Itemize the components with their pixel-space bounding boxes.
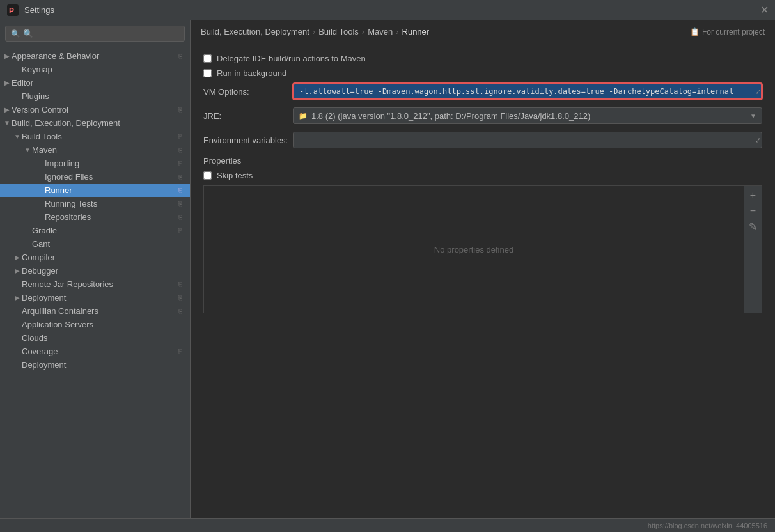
sidebar-item-keymap[interactable]: Keymap: [0, 63, 190, 76]
breadcrumb: Build, Execution, Deployment › Build Too…: [201, 27, 429, 36]
tree-arrow-build-exec-deploy: ▼: [3, 120, 12, 127]
title-bar: P Settings ✕: [0, 0, 775, 20]
env-vars-input[interactable]: [293, 132, 762, 148]
copy-icon-deployment: ⎘: [176, 293, 185, 302]
sidebar-item-label-running-tests: Running Tests: [45, 199, 176, 208]
run-in-background-label[interactable]: Run in background: [217, 68, 286, 78]
close-button[interactable]: ✕: [760, 5, 769, 15]
copy-icon-running-tests: ⎘: [176, 199, 185, 208]
env-vars-expand-button[interactable]: ⤢: [755, 136, 761, 145]
add-property-button[interactable]: +: [746, 189, 760, 203]
jre-row: JRE: 📁 1.8 (2) (java version "1.8.0_212"…: [203, 107, 762, 124]
for-current-project: 📋 For current project: [690, 27, 765, 36]
run-in-background-row: Run in background: [203, 68, 762, 78]
sidebar-item-label-appearance: Appearance & Behavior: [12, 51, 176, 61]
window-title: Settings: [24, 5, 54, 15]
app-logo: P: [6, 4, 19, 17]
properties-list: No properties defined: [204, 186, 744, 313]
sidebar-item-editor[interactable]: ▶Editor: [0, 76, 190, 90]
jre-value: 1.8 (2) (java version "1.8.0_212", path:…: [311, 111, 590, 121]
copy-icon-runner: ⎘: [176, 186, 185, 195]
sidebar-item-remote-jar[interactable]: Remote Jar Repositories⎘: [0, 278, 190, 291]
skip-tests-checkbox[interactable]: [203, 171, 212, 180]
sidebar-item-build-exec-deploy[interactable]: ▼Build, Execution, Deployment: [0, 116, 190, 130]
content-area: Build, Execution, Deployment › Build Too…: [191, 20, 775, 518]
sidebar-item-running-tests[interactable]: Running Tests⎘: [0, 197, 190, 210]
sidebar-item-maven[interactable]: ▼Maven⎘: [0, 143, 190, 157]
tree-arrow-deployment: ▶: [13, 294, 22, 301]
tree-arrow-compiler: ▶: [13, 254, 22, 261]
sidebar-item-coverage[interactable]: Coverage⎘: [0, 345, 190, 358]
sidebar-item-gradle[interactable]: Gradle⎘: [0, 224, 190, 237]
run-in-background-checkbox[interactable]: [203, 69, 212, 77]
sidebar-item-label-build-tools: Build Tools: [22, 132, 176, 141]
sidebar-item-label-plugins: Plugins: [22, 91, 185, 101]
sidebar-item-deployment[interactable]: ▶Deployment⎘: [0, 291, 190, 304]
search-box[interactable]: 🔍: [5, 26, 185, 42]
sidebar-item-label-coverage: Coverage: [22, 347, 176, 356]
sidebar-item-debugger[interactable]: ▶Debugger: [0, 264, 190, 278]
sidebar-item-label-app-servers: Application Servers: [22, 320, 185, 329]
sidebar: 🔍 ▶Appearance & Behavior⎘Keymap▶EditorPl…: [0, 20, 191, 518]
sidebar-item-gant[interactable]: Gant: [0, 237, 190, 251]
search-input[interactable]: [23, 29, 179, 38]
tree-arrow-debugger: ▶: [13, 267, 22, 274]
sidebar-item-label-compiler: Compiler: [22, 253, 185, 262]
sidebar-item-ignored-files[interactable]: Ignored Files⎘: [0, 170, 190, 184]
env-vars-label: Environment variables:: [203, 136, 293, 145]
sidebar-item-appearance[interactable]: ▶Appearance & Behavior⎘: [0, 49, 190, 63]
sidebar-item-clouds[interactable]: Clouds: [0, 331, 190, 345]
copy-icon-importing: ⎘: [176, 159, 185, 168]
env-vars-row: Environment variables: ⤢: [203, 132, 762, 148]
sidebar-item-version-control[interactable]: ▶Version Control⎘: [0, 103, 190, 116]
vm-options-label: VM Options:: [203, 87, 293, 97]
sidebar-item-arquillian[interactable]: Arquillian Containers⎘: [0, 304, 190, 318]
vm-options-row: VM Options: ⤢: [203, 83, 762, 100]
project-icon: 📋: [690, 27, 700, 36]
tree-arrow-maven: ▼: [23, 146, 32, 153]
svg-text:P: P: [9, 6, 14, 15]
status-url: https://blog.csdn.net/weixin_44005516: [648, 522, 767, 529]
sidebar-item-label-debugger: Debugger: [22, 266, 185, 276]
vm-options-expand-button[interactable]: ⤢: [755, 88, 761, 96]
sidebar-item-deployment2[interactable]: Deployment: [0, 358, 190, 372]
env-vars-control: ⤢: [293, 132, 762, 148]
breadcrumb-part-3: Runner: [402, 27, 430, 36]
sidebar-item-importing[interactable]: Importing⎘: [0, 157, 190, 170]
sidebar-item-runner[interactable]: Runner⎘: [0, 184, 190, 197]
sidebar-item-label-deployment2: Deployment: [22, 360, 185, 370]
main-layout: 🔍 ▶Appearance & Behavior⎘Keymap▶EditorPl…: [0, 20, 775, 518]
breadcrumb-part-1: Build Tools: [318, 27, 359, 36]
sidebar-item-label-editor: Editor: [12, 78, 185, 88]
form-content: Delegate IDE build/run actions to Maven …: [191, 43, 775, 518]
copy-icon-remote-jar: ⎘: [176, 280, 185, 289]
sidebar-item-plugins[interactable]: Plugins: [0, 90, 190, 103]
breadcrumb-part-0: Build, Execution, Deployment: [201, 27, 309, 36]
copy-icon-maven: ⎘: [176, 146, 185, 155]
sidebar-tree: ▶Appearance & Behavior⎘Keymap▶EditorPlug…: [0, 47, 190, 518]
sidebar-item-label-build-exec-deploy: Build, Execution, Deployment: [12, 118, 185, 128]
sidebar-item-label-keymap: Keymap: [22, 65, 185, 74]
copy-icon-coverage: ⎘: [176, 347, 185, 356]
copy-icon-build-tools: ⎘: [176, 132, 185, 141]
sidebar-item-label-version-control: Version Control: [12, 105, 176, 114]
sidebar-item-label-runner: Runner: [45, 185, 176, 195]
delegate-checkbox[interactable]: [203, 54, 212, 63]
sidebar-item-repositories[interactable]: Repositories⎘: [0, 210, 190, 224]
sidebar-item-compiler[interactable]: ▶Compiler: [0, 251, 190, 264]
jre-select[interactable]: 📁 1.8 (2) (java version "1.8.0_212", pat…: [293, 107, 762, 124]
sidebar-item-build-tools[interactable]: ▼Build Tools⎘: [0, 130, 190, 143]
delegate-label[interactable]: Delegate IDE build/run actions to Maven: [217, 54, 366, 63]
properties-panel: No properties defined + − ✎: [203, 185, 762, 313]
sidebar-item-label-repositories: Repositories: [45, 212, 176, 222]
vm-options-input[interactable]: [293, 83, 762, 100]
remove-property-button[interactable]: −: [746, 204, 760, 218]
sidebar-item-label-clouds: Clouds: [22, 333, 185, 343]
sidebar-item-app-servers[interactable]: Application Servers: [0, 318, 190, 331]
breadcrumb-bar: Build, Execution, Deployment › Build Too…: [191, 20, 775, 43]
tree-arrow-build-tools: ▼: [13, 133, 22, 140]
skip-tests-label[interactable]: Skip tests: [217, 171, 253, 180]
sidebar-item-label-gant: Gant: [32, 239, 185, 249]
edit-property-button[interactable]: ✎: [746, 219, 760, 233]
copy-icon-ignored-files: ⎘: [176, 173, 185, 182]
